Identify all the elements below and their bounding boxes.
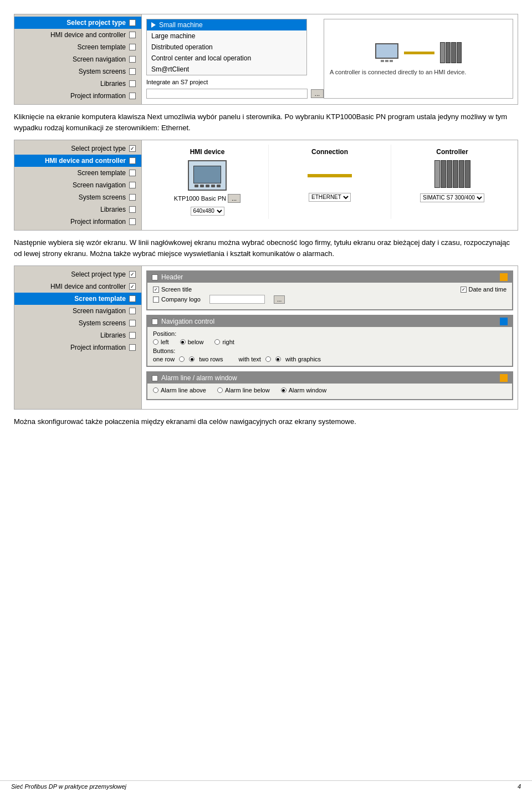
checkbox2-project-type — [129, 145, 136, 152]
sidebar3-screen-template[interactable]: Screen template — [14, 293, 141, 305]
integrate-row: Integrate an S7 project — [146, 79, 324, 85]
header-orange-indicator — [500, 273, 508, 281]
radio-with-graphics-icon[interactable] — [275, 356, 281, 362]
position-right[interactable]: right — [214, 339, 234, 345]
resolution-row: 640x480 — [191, 206, 224, 216]
connection-col-header: Connection — [311, 148, 348, 156]
position-radio-group: left below right — [153, 339, 507, 345]
project-type-smartclient[interactable]: Sm@rtClient — [147, 64, 306, 75]
sidebar2-project-info[interactable]: Project information — [14, 216, 141, 228]
ethernet-cable-icon — [308, 174, 352, 177]
wizard-content-1: Small machine Large machine Distributed … — [142, 14, 518, 104]
project-type-distributed[interactable]: Distributed operation — [147, 42, 306, 53]
navigation-section-body: Position: left below right — [147, 327, 512, 366]
sidebar-item-project-info-1[interactable]: Project information — [14, 90, 141, 102]
ktp-device-icon — [188, 160, 227, 191]
connection-type-select[interactable]: ETHERNET — [309, 193, 351, 202]
hmi-device-col-header: HMI device — [190, 148, 225, 156]
screen-title-item: Screen title — [153, 286, 192, 293]
screenshot1: Select project type HMI device and contr… — [14, 14, 518, 105]
company-logo-row: Company logo ... — [153, 295, 507, 304]
alarm-orange-indicator — [500, 374, 508, 382]
controller-type-select[interactable]: SIMATIC S7 300/400 — [420, 193, 484, 202]
sidebar3-libraries[interactable]: Libraries — [14, 329, 141, 341]
sidebar-item-hmi-device-1[interactable]: HMI device and controller — [14, 29, 141, 41]
sidebar3-select-project-type[interactable]: Select project type — [14, 268, 141, 280]
sidebar3-screen-navigation[interactable]: Screen navigation — [14, 305, 141, 317]
company-logo-input[interactable] — [209, 295, 265, 304]
checkbox-projinfo-1 — [129, 93, 136, 99]
checkbox-project-type — [129, 19, 136, 26]
screen-title-checkbox[interactable] — [153, 287, 159, 293]
checkbox-lib-1 — [129, 80, 136, 87]
connection-line-icon — [404, 52, 434, 54]
alarm-line-below[interactable]: Alarm line below — [217, 387, 270, 394]
sidebar3-hmi-device[interactable]: HMI device and controller — [14, 280, 141, 293]
checkbox2-template — [129, 170, 136, 176]
navigation-section-header: Navigation control — [147, 316, 512, 327]
position-left[interactable]: left — [153, 339, 169, 345]
sidebar-item-system-screens-1[interactable]: System screens — [14, 65, 141, 78]
alarm-section-body: Alarm line above Alarm line below Alarm … — [147, 384, 512, 399]
integrate-input-row: ... — [146, 89, 324, 99]
radio-alarm-below-icon — [217, 387, 223, 393]
alarm-section-header: Alarm line / alarm window — [147, 372, 512, 384]
project-type-panel: Small machine Large machine Distributed … — [146, 19, 513, 99]
radio-with-text-icon[interactable] — [265, 356, 271, 362]
sidebar2-screen-navigation[interactable]: Screen navigation — [14, 179, 141, 191]
plc-device-icon — [434, 160, 470, 188]
header-section-checkbox[interactable] — [152, 274, 158, 280]
plc-icon — [440, 42, 462, 63]
main-content: Select project type HMI device and contr… — [0, 0, 532, 462]
checkbox-sys-1 — [129, 68, 136, 75]
browse-button[interactable]: ... — [311, 89, 324, 98]
date-time-checkbox[interactable] — [461, 287, 467, 293]
device-browse-btn[interactable]: ... — [228, 194, 241, 203]
company-logo-checkbox[interactable] — [153, 297, 159, 303]
company-logo-browse[interactable]: ... — [274, 295, 285, 304]
alarm-section-checkbox[interactable] — [152, 375, 158, 381]
screenshot3: Select project type HMI device and contr… — [14, 265, 518, 410]
radio-one-row-icon[interactable] — [179, 356, 185, 362]
device-name-row: KTP1000 Basic PN ... — [174, 194, 241, 203]
project-type-large-machine[interactable]: Large machine — [147, 30, 306, 42]
sidebar2-hmi-device[interactable]: HMI device and controller — [14, 155, 141, 167]
sidebar2-select-project-type[interactable]: Select project type — [14, 142, 141, 155]
sidebar-item-libraries-1[interactable]: Libraries — [14, 78, 141, 90]
checkbox2-nav — [129, 182, 136, 188]
alarm-line-above[interactable]: Alarm line above — [153, 387, 206, 394]
controller-select-row: SIMATIC S7 300/400 — [420, 193, 484, 202]
footer-title: Sieć Profibus DP w praktyce przemysłowej — [11, 783, 126, 790]
navigation-section-checkbox[interactable] — [152, 319, 158, 325]
sidebar3-system-screens[interactable]: System screens — [14, 317, 141, 329]
paragraph2: Następnie wybiera się wzór ekranu. W lin… — [14, 237, 518, 259]
resolution-select[interactable]: 640x480 — [191, 207, 224, 216]
controller-column: Controller SIMATIC S7 300/400 — [391, 145, 513, 219]
project-type-control-center[interactable]: Control center and local operation — [147, 53, 306, 64]
paragraph3: Można skonfigurować także połaczenia mię… — [14, 416, 518, 427]
header-section: Header Screen title Date and time — [146, 270, 513, 310]
header-section-body: Screen title Date and time Company logo — [147, 283, 512, 309]
radio-alarm-above-icon — [153, 387, 158, 393]
sidebar-item-screen-navigation-1[interactable]: Screen navigation — [14, 53, 141, 65]
checkbox-nav-1 — [129, 56, 136, 63]
wizard-sidebar-3: Select project type HMI device and contr… — [14, 266, 142, 409]
sidebar2-system-screens[interactable]: System screens — [14, 191, 141, 203]
sidebar2-libraries[interactable]: Libraries — [14, 203, 141, 216]
wizard-sidebar-1: Select project type HMI device and contr… — [14, 14, 142, 104]
alarm-window[interactable]: Alarm window — [281, 387, 326, 394]
type-image-area: A controller is connected directly to an… — [324, 19, 513, 99]
ethernet-line — [308, 160, 352, 191]
sidebar2-screen-template[interactable]: Screen template — [14, 167, 141, 179]
radio-two-rows-icon[interactable] — [189, 356, 195, 362]
position-below[interactable]: below — [180, 339, 204, 345]
checkbox-template-1 — [129, 44, 136, 50]
hmi-icon — [375, 43, 398, 62]
project-type-small-machine[interactable]: Small machine — [147, 19, 306, 30]
sidebar-item-select-project-type[interactable]: Select project type — [14, 17, 141, 29]
sidebar-item-screen-template-1[interactable]: Screen template — [14, 41, 141, 53]
checkbox3-template — [129, 295, 136, 302]
integrate-input[interactable] — [146, 89, 308, 99]
sidebar3-project-info[interactable]: Project information — [14, 341, 141, 354]
checkbox3-project-type — [129, 271, 136, 278]
